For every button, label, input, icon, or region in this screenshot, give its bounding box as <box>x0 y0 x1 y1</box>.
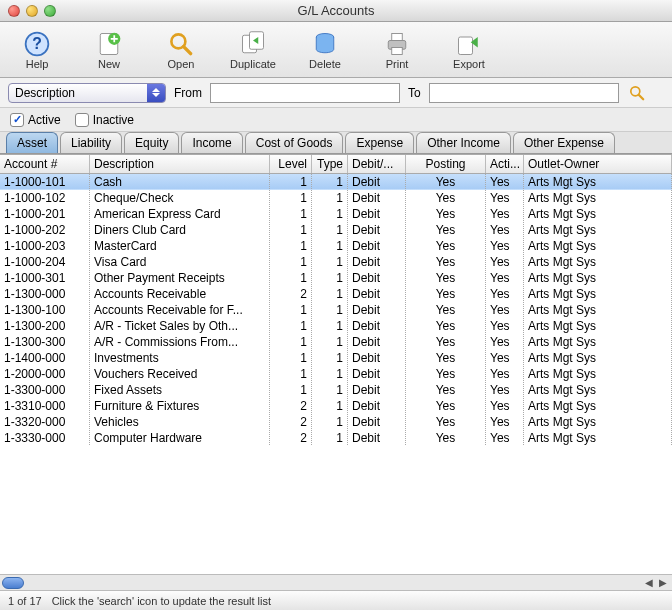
cell: Arts Mgt Sys <box>524 254 672 269</box>
table-row[interactable]: 1-1400-000Investments11DebitYesYesArts M… <box>0 350 672 366</box>
cell: 1 <box>270 366 312 381</box>
cell: Debit <box>348 206 406 221</box>
column-header[interactable]: Type <box>312 155 348 173</box>
cell: 1 <box>270 270 312 285</box>
cell: Yes <box>406 270 486 285</box>
cell: 1 <box>312 206 348 221</box>
cell: Arts Mgt Sys <box>524 398 672 413</box>
table-row[interactable]: 1-3320-000Vehicles21DebitYesYesArts Mgt … <box>0 414 672 430</box>
cell: 1 <box>312 190 348 205</box>
table-row[interactable]: 1-1000-201American Express Card11DebitYe… <box>0 206 672 222</box>
search-button[interactable] <box>627 83 647 103</box>
new-button[interactable]: New <box>82 30 136 70</box>
table-row[interactable]: 1-1300-000Accounts Receivable21DebitYesY… <box>0 286 672 302</box>
column-header[interactable]: Posting <box>406 155 486 173</box>
active-checkbox[interactable]: ✓ Active <box>10 113 61 127</box>
cell: 1 <box>312 350 348 365</box>
column-header[interactable]: Level <box>270 155 312 173</box>
cell: 1 <box>270 302 312 317</box>
cell: 1 <box>270 190 312 205</box>
delete-button[interactable]: Delete <box>298 30 352 70</box>
cell: Yes <box>406 222 486 237</box>
cell: 1 <box>270 350 312 365</box>
cell: 1 <box>312 414 348 429</box>
cell: 1 <box>312 222 348 237</box>
cell: MasterCard <box>90 238 270 253</box>
svg-rect-12 <box>459 37 473 55</box>
print-button[interactable]: Print <box>370 30 424 70</box>
table-row[interactable]: 1-1000-202Diners Club Card11DebitYesYesA… <box>0 222 672 238</box>
tab-expense[interactable]: Expense <box>345 132 414 153</box>
table-row[interactable]: 1-3310-000Furniture & Fixtures21DebitYes… <box>0 398 672 414</box>
cell: 1 <box>270 318 312 333</box>
cell: Yes <box>486 174 524 189</box>
cell: Cash <box>90 174 270 189</box>
status-count: 1 of 17 <box>8 595 42 607</box>
cell: Other Payment Receipts <box>90 270 270 285</box>
duplicate-button[interactable]: Duplicate <box>226 30 280 70</box>
cell: 1 <box>312 398 348 413</box>
status-hint: Click the 'search' icon to update the re… <box>52 595 271 607</box>
cell: Yes <box>486 382 524 397</box>
table-row[interactable]: 1-2000-000Vouchers Received11DebitYesYes… <box>0 366 672 382</box>
scroll-left-icon[interactable]: ◀ <box>642 577 656 589</box>
tab-cost-of-goods[interactable]: Cost of Goods <box>245 132 344 153</box>
cell: Yes <box>406 238 486 253</box>
cell: 1 <box>270 334 312 349</box>
tab-other-expense[interactable]: Other Expense <box>513 132 615 153</box>
cell: Yes <box>406 254 486 269</box>
scroll-right-icon[interactable]: ▶ <box>656 577 670 589</box>
from-input[interactable] <box>210 83 400 103</box>
table-row[interactable]: 1-1000-203MasterCard11DebitYesYesArts Mg… <box>0 238 672 254</box>
table-row[interactable]: 1-3300-000Fixed Assets11DebitYesYesArts … <box>0 382 672 398</box>
cell: Yes <box>486 366 524 381</box>
export-label: Export <box>453 58 485 70</box>
column-header[interactable]: Description <box>90 155 270 173</box>
cell: Debit <box>348 222 406 237</box>
column-header[interactable]: Debit/... <box>348 155 406 173</box>
cell: Fixed Assets <box>90 382 270 397</box>
tab-liability[interactable]: Liability <box>60 132 122 153</box>
table-row[interactable]: 1-1000-102Cheque/Check11DebitYesYesArts … <box>0 190 672 206</box>
tab-other-income[interactable]: Other Income <box>416 132 511 153</box>
table-row[interactable]: 1-1300-100Accounts Receivable for F...11… <box>0 302 672 318</box>
table-row[interactable]: 1-3330-000Computer Hardware21DebitYesYes… <box>0 430 672 446</box>
open-label: Open <box>168 58 195 70</box>
tab-asset[interactable]: Asset <box>6 132 58 153</box>
column-header[interactable]: Acti... <box>486 155 524 173</box>
table-row[interactable]: 1-1300-300A/R - Commissions From...11Deb… <box>0 334 672 350</box>
cell: Debit <box>348 286 406 301</box>
cell: 1-3320-000 <box>0 414 90 429</box>
table-row[interactable]: 1-1000-101Cash11DebitYesYesArts Mgt Sys <box>0 174 672 190</box>
cell: 1-2000-000 <box>0 366 90 381</box>
cell: Debit <box>348 190 406 205</box>
export-button[interactable]: Export <box>442 30 496 70</box>
table-row[interactable]: 1-1000-301Other Payment Receipts11DebitY… <box>0 270 672 286</box>
cell: 1 <box>312 430 348 445</box>
column-header[interactable]: Account # <box>0 155 90 173</box>
cell: Debit <box>348 350 406 365</box>
table-row[interactable]: 1-1300-200A/R - Ticket Sales by Oth...11… <box>0 318 672 334</box>
tab-equity[interactable]: Equity <box>124 132 179 153</box>
column-header[interactable]: Outlet-Owner <box>524 155 672 173</box>
cell: Yes <box>406 366 486 381</box>
horizontal-scrollbar[interactable]: ◀ ▶ <box>0 574 672 590</box>
cell: Yes <box>486 222 524 237</box>
cell: Vehicles <box>90 414 270 429</box>
to-input[interactable] <box>429 83 619 103</box>
cell: 1 <box>312 254 348 269</box>
cell: Furniture & Fixtures <box>90 398 270 413</box>
open-button[interactable]: Open <box>154 30 208 70</box>
tab-income[interactable]: Income <box>181 132 242 153</box>
search-field-dropdown[interactable]: Description <box>8 83 166 103</box>
cell: 1-3300-000 <box>0 382 90 397</box>
cell: 1 <box>312 382 348 397</box>
titlebar: G/L Accounts <box>0 0 672 22</box>
inactive-checkbox[interactable]: Inactive <box>75 113 134 127</box>
help-button[interactable]: ? Help <box>10 30 64 70</box>
scrollbar-thumb[interactable] <box>2 577 24 589</box>
cell: Arts Mgt Sys <box>524 302 672 317</box>
cell: Yes <box>486 206 524 221</box>
table-row[interactable]: 1-1000-204Visa Card11DebitYesYesArts Mgt… <box>0 254 672 270</box>
search-icon <box>628 84 646 102</box>
